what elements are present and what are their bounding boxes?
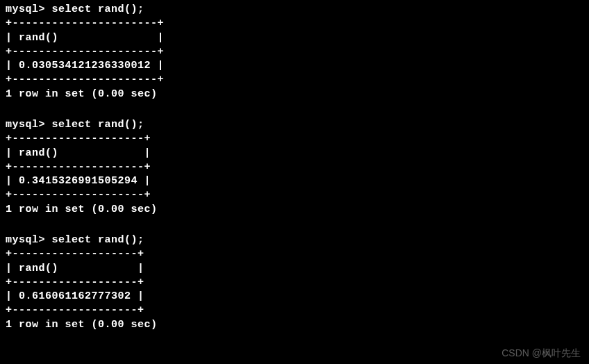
mysql-prompt: mysql> bbox=[6, 234, 52, 246]
table-border: +--------------------+ bbox=[6, 188, 583, 202]
table-header: | rand() | bbox=[6, 262, 583, 276]
table-border: +-------------------+ bbox=[6, 247, 583, 261]
status-line: 1 row in set (0.00 sec) bbox=[6, 88, 583, 101]
table-border: +--------------------+ bbox=[6, 160, 583, 174]
prompt-line[interactable]: mysql> select rand(); bbox=[6, 3, 583, 17]
query-block: mysql> select rand(); +-----------------… bbox=[6, 3, 583, 101]
query-block: mysql> select rand(); +-----------------… bbox=[6, 118, 583, 217]
mysql-prompt: mysql> bbox=[6, 119, 52, 131]
table-row: | 0.030534121236330012 | bbox=[6, 59, 583, 73]
mysql-prompt: mysql> bbox=[6, 3, 52, 15]
blank-line bbox=[6, 220, 583, 233]
sql-command: select rand(); bbox=[52, 119, 144, 131]
table-border: +-------------------+ bbox=[6, 304, 583, 317]
prompt-line[interactable]: mysql> select rand(); bbox=[6, 233, 583, 247]
sql-command: select rand(); bbox=[52, 234, 144, 246]
table-border: +----------------------+ bbox=[6, 17, 583, 31]
table-border: +----------------------+ bbox=[6, 73, 583, 87]
prompt-line[interactable]: mysql> select rand(); bbox=[6, 118, 583, 132]
status-line: 1 row in set (0.00 sec) bbox=[6, 203, 583, 217]
table-border: +----------------------+ bbox=[6, 45, 583, 59]
sql-command: select rand(); bbox=[52, 3, 144, 15]
table-header: | rand() | bbox=[6, 147, 583, 160]
status-line: 1 row in set (0.00 sec) bbox=[6, 318, 583, 332]
watermark-text: CSDN @枫叶先生 bbox=[501, 347, 581, 360]
table-row: | 0.616061162777302 | bbox=[6, 290, 583, 304]
blank-line bbox=[6, 104, 583, 118]
table-header: | rand() | bbox=[6, 31, 583, 45]
query-block: mysql> select rand(); +-----------------… bbox=[6, 233, 583, 332]
terminal-output: mysql> select rand(); +-----------------… bbox=[6, 3, 583, 332]
table-border: +-------------------+ bbox=[6, 276, 583, 290]
table-border: +--------------------+ bbox=[6, 132, 583, 146]
table-row: | 0.3415326991505294 | bbox=[6, 174, 583, 188]
